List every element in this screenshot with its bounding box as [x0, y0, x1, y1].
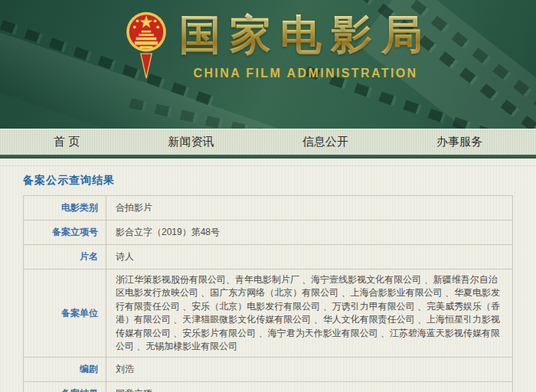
row-label-filing-units: 备案单位	[24, 270, 106, 358]
site-header: 国家电影局 CHINA FILM ADMINISTRATION	[0, 0, 536, 129]
main-navigation: 首 页 新闻资讯 信息公开 办事服务	[0, 129, 536, 155]
table-row: 备案单位 浙江华策影视股份有限公司、青年电影制片厂 、海宁壹线影视文化有限公司 …	[24, 270, 513, 358]
page-title: 备案公示查询结果	[23, 174, 536, 188]
nav-item-home[interactable]: 首 页	[46, 132, 87, 152]
main-content: 备案公示查询结果 电影类别 合拍影片 备案立项号 影合立字（2019）第48号 …	[0, 158, 536, 392]
table-row: 备案结果 同意立项	[24, 382, 513, 392]
table-row: 编剧 刘浩	[24, 358, 513, 382]
site-subtitle: CHINA FILM ADMINISTRATION	[179, 67, 432, 80]
table-row: 电影类别 合拍影片	[24, 196, 513, 220]
content-top-divider	[0, 158, 536, 166]
row-value-film-title: 诗人	[106, 245, 513, 270]
site-logo[interactable]: 国家电影局 CHINA FILM ADMINISTRATION	[126, 5, 432, 80]
row-label-screenwriter: 编剧	[24, 358, 106, 382]
row-label-film-category: 电影类别	[24, 196, 106, 220]
table-row: 片名 诗人	[24, 245, 513, 270]
nav-item-info-disclosure[interactable]: 信息公开	[295, 132, 356, 152]
national-emblem-icon	[126, 5, 167, 80]
nav-item-news[interactable]: 新闻资讯	[160, 132, 221, 152]
filing-result-table: 电影类别 合拍影片 备案立项号 影合立字（2019）第48号 片名 诗人 备案单…	[23, 195, 513, 392]
row-label-filing-result: 备案结果	[24, 382, 106, 392]
row-value-filing-result: 同意立项	[106, 382, 513, 392]
row-value-filing-units: 浙江华策影视股份有限公司、青年电影制片厂 、海宁壹线影视文化有限公司 、新疆维吾…	[106, 270, 513, 358]
row-value-film-category: 合拍影片	[106, 196, 513, 220]
site-title: 国家电影局	[179, 8, 432, 64]
row-value-filing-number: 影合立字（2019）第48号	[106, 220, 513, 245]
row-label-filing-number: 备案立项号	[24, 220, 106, 245]
table-row: 备案立项号 影合立字（2019）第48号	[24, 220, 513, 245]
row-label-film-title: 片名	[24, 245, 106, 270]
row-value-screenwriter: 刘浩	[106, 358, 513, 382]
nav-item-services[interactable]: 办事服务	[429, 132, 490, 152]
